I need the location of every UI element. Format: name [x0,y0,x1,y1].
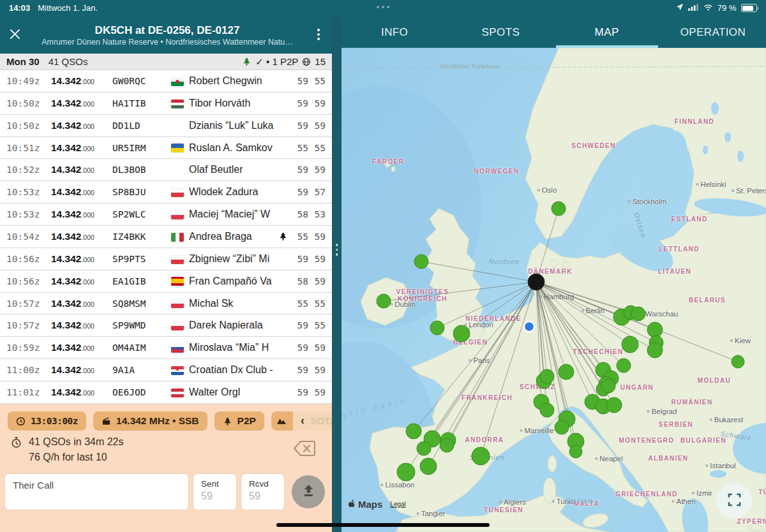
qso-location-marker[interactable] [647,343,663,358]
rst-rcvd: 57 [308,187,326,197]
qso-location-marker[interactable] [559,364,574,380]
qso-location-marker[interactable] [420,458,437,475]
fullscreen-icon [728,493,741,509]
qso-operator-name: Wlodek Zadura [189,186,278,198]
multitask-dots-icon[interactable] [377,6,389,8]
qso-row[interactable]: 10:53z14.342.000SP8BJUWlodek Zadura5957 [0,181,332,203]
qso-location-marker[interactable] [440,438,454,452]
tab-spots[interactable]: SPOTS [447,17,553,48]
qso-callsign: OM4AIM [112,343,171,353]
qso-row[interactable]: 10:54z14.342.000IZ4BKKAndrea Braga5559 [0,226,332,248]
qso-row[interactable]: 10:50z14.342.000DD1LDDzianis “Luk” Luka5… [0,115,332,137]
qso-row[interactable]: 10:56z14.342.000SP9PTSZbigniew “Zibi” Mi… [0,248,332,270]
qso-frequency: 14.342.000 [51,164,112,175]
pine-icon [223,417,232,426]
qso-callsign: SP8BJU [112,187,171,197]
rst-sent: 59 [291,365,308,375]
tab-operation[interactable]: OPERATION [660,17,766,48]
qso-location-marker[interactable] [453,325,470,342]
qso-row[interactable]: 10:57z14.342.000SQ8MSMMichal Sk5555 [0,293,332,315]
qso-location-marker[interactable] [622,336,638,353]
qso-row[interactable]: 11:01z14.342.000OE6JODWalter Orgl5959 [0,381,332,404]
their-call-input[interactable] [5,474,188,510]
entry-chip-13-03-00z[interactable]: 13:03:00z [8,411,86,431]
entry-chip-14-342-mhz-ssb[interactable]: 14.342 MHz • SSB [93,411,207,431]
rst-rcvd: 59 [308,232,326,242]
qso-row[interactable]: 10:52z14.342.000DL3BOBOlaf Beutler5959 [0,159,332,181]
qso-row[interactable]: 10:57z14.342.000SP9WMDDarek Napierala595… [0,314,332,337]
qso-location-marker[interactable] [631,307,645,321]
qso-row[interactable]: 11:00z14.342.0009A1ACroatian Dx Club -59… [0,359,332,381]
qso-callsign: HA1TIB [112,98,171,108]
rcvd-field[interactable]: Rcvd 59 [241,474,284,510]
qso-location-marker[interactable] [732,355,744,368]
qso-row[interactable]: 10:51z14.342.000UR5IRMRuslan A. Samkov55… [0,137,332,159]
close-button[interactable] [0,29,29,42]
qso-frequency: 14.342.000 [51,98,112,109]
qso-row[interactable]: 10:53z14.342.000SP2WLCMaciej “Maciej” W5… [0,203,332,226]
country-flag-icon [171,342,189,353]
qso-row[interactable]: 10:56z14.342.000EA1GIBFran Campañó Va585… [0,270,332,293]
tab-map[interactable]: MAP [554,17,660,48]
activator-location-marker[interactable] [528,274,544,290]
rst-sent: 59 [291,254,308,264]
entry-chip-sota[interactable]: ‹SOTA [271,411,332,431]
qso-location-marker[interactable] [601,379,615,393]
qso-operator-name: Maciej “Maciej” W [189,209,278,220]
rst-rcvd: 59 [308,365,326,375]
pine-tree-icon [242,57,252,66]
qso-location-marker[interactable] [540,369,554,383]
country-flag-icon [171,276,189,287]
qso-callsign: IZ4BKK [112,232,171,242]
qso-location-marker[interactable] [555,420,569,434]
panel-resize-handle[interactable] [332,17,342,532]
qso-location-marker[interactable] [472,447,490,465]
rst-sent: 59 [291,76,308,86]
legal-link[interactable]: Legal [390,501,405,508]
qso-row[interactable]: 10:50z14.342.000HA1TIBTibor Horváth5959 [0,92,332,115]
map-canvas[interactable]: Nördlicher Polarkreis FÄRÖERNORWEGENSCHW… [342,48,766,532]
fullscreen-button[interactable] [716,483,752,519]
qso-location-marker[interactable] [377,294,391,308]
qso-location-marker[interactable] [606,397,622,413]
qso-location-marker[interactable] [430,321,444,335]
country-flag-icon [171,364,189,376]
sent-field[interactable]: Sent 59 [193,474,236,510]
country-flag-icon [171,142,189,154]
rst-sent: 55 [291,299,308,309]
drag-handle-icon [336,244,338,256]
qso-location-marker[interactable] [417,441,431,455]
qso-row[interactable]: 10:49z14.342.000GW0RQCRobert Chegwin5955 [0,70,332,92]
globe-icon [302,57,311,66]
qso-callsign: SP9WMD [112,320,171,330]
qso-frequency: 14.342.000 [51,209,112,220]
qso-location-marker[interactable] [406,424,421,439]
qso-time: 10:54z [6,232,51,242]
page-title: DK5CH at DE-0256, DE-0127 [29,24,305,37]
qso-location-marker[interactable] [647,322,663,337]
qso-location-marker[interactable] [540,403,554,417]
entry-chip-p2p[interactable]: P2P [214,411,264,431]
home-indicator[interactable] [276,523,490,527]
backspace-button[interactable] [292,440,317,460]
menu-button[interactable] [305,28,332,43]
qso-row[interactable]: 10:59z14.342.000OM4AIMMiroslava “Mia” H5… [0,337,332,359]
rst-rcvd: 59 [308,98,326,108]
log-qso-button[interactable] [292,475,325,508]
qso-location-marker[interactable] [397,463,415,481]
qso-location-marker[interactable] [617,358,631,373]
qso-frequency: 14.342.000 [51,75,112,87]
qso-location-marker[interactable] [414,255,428,269]
qso-location-marker[interactable] [552,202,566,216]
qso-entry-panel: 13:03:00z14.342 MHz • SSBP2P‹SOTA 41 QSO… [0,404,332,532]
dx-entity-count: 15 [315,56,326,67]
qso-time: 10:53z [6,209,51,219]
qso-callsign: DL3BOB [112,165,171,175]
log-day-header[interactable]: Mon 30 41 QSOs ✓ • 1 P2P 15 [0,54,332,70]
qso-callsign: EA1GIB [112,276,171,286]
qso-location-marker[interactable] [569,445,582,458]
tab-info[interactable]: INFO [342,17,447,48]
entry-chip-row: 13:03:00z14.342 MHz • SSBP2P‹SOTA [8,411,332,431]
qso-frequency: 14.342.000 [51,298,112,309]
qso-frequency: 14.342.000 [51,231,112,242]
